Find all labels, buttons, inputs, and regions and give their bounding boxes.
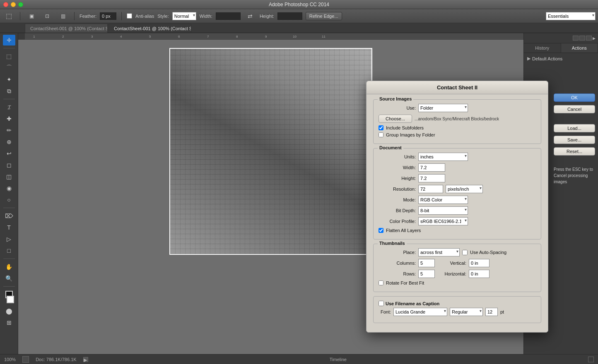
flatten-checkbox[interactable] [379, 228, 383, 233]
units-select[interactable]: inches [418, 153, 468, 161]
mode-select-wrap[interactable]: RGB Color [418, 196, 468, 204]
screen-mode-tool[interactable]: ⊞ [3, 317, 15, 328]
blur-tool[interactable]: ◉ [3, 183, 15, 194]
actions-tab[interactable]: Actions [561, 43, 598, 53]
dodge-tool[interactable]: ○ [3, 194, 15, 205]
tool-option-2[interactable]: ⊡ [41, 11, 53, 22]
bit-depth-select-wrap[interactable]: 8-bit [418, 206, 468, 215]
anti-alias-checkbox[interactable] [127, 13, 132, 19]
place-select-wrap[interactable]: across first [418, 248, 460, 256]
font-select[interactable]: Lucida Grande [393, 308, 447, 316]
bit-depth-select[interactable]: 8-bit [418, 206, 468, 215]
doc-width-input[interactable] [418, 163, 445, 172]
caption-checkbox[interactable] [379, 301, 384, 306]
tool-option-3[interactable]: ▥ [57, 11, 69, 22]
mode-select[interactable]: RGB Color [418, 196, 468, 204]
selection-tool[interactable]: ⬚ [2, 11, 15, 22]
document-group: Document Units: inches Width: Height: [373, 148, 541, 239]
workspace-select[interactable]: Essentials [546, 12, 596, 20]
font-style-select[interactable]: Regular [450, 308, 483, 316]
eraser-tool[interactable]: ◻ [3, 160, 15, 170]
brush-tool[interactable]: ✏ [3, 125, 15, 136]
horizontal-input[interactable] [469, 270, 489, 278]
lasso-tool[interactable]: ⌒ [3, 62, 15, 73]
history-brush-tool[interactable]: ↩ [3, 148, 15, 159]
use-select[interactable]: Folder [418, 104, 468, 112]
thumbnails-group: Thumbnails Place: across first Use Auto-… [373, 244, 541, 292]
doc-height-input[interactable] [418, 174, 445, 182]
font-select-wrap[interactable]: Lucida Grande [393, 308, 447, 316]
color-profile-select[interactable]: sRGB IEC61966-2.1 [418, 217, 468, 225]
style-select[interactable]: Normal [172, 12, 196, 20]
save-button[interactable]: Save... [554, 136, 595, 144]
panel-menu-icon[interactable]: ▸ [593, 35, 596, 41]
style-select-wrap[interactable]: Normal [172, 12, 196, 20]
width-input[interactable] [216, 12, 241, 20]
quick-mask-tool[interactable]: ⬤ [3, 306, 15, 316]
color-profile-select-wrap[interactable]: sRGB IEC61966-2.1 [418, 217, 468, 225]
history-tab[interactable]: History [524, 43, 561, 53]
resolution-unit-select[interactable]: pixels/inch [446, 185, 483, 193]
rotate-checkbox[interactable] [379, 280, 383, 285]
load-button[interactable]: Load... [554, 124, 595, 132]
eyedropper-tool[interactable]: 𝓘 [3, 102, 15, 113]
feather-input[interactable] [100, 12, 116, 20]
healing-tool[interactable]: ✚ [3, 113, 15, 124]
resolution-input[interactable] [418, 185, 443, 193]
cancel-button[interactable]: Cancel [554, 105, 595, 113]
font-size-input[interactable] [485, 308, 498, 316]
columns-input[interactable] [418, 259, 435, 267]
hand-tool[interactable]: ✋ [3, 261, 15, 272]
tab-2[interactable]: ContactSheet-001 @ 100% (Contact Sheet I… [109, 24, 191, 33]
default-actions-item[interactable]: ▶ Default Actions [526, 55, 596, 62]
rotate-row: Rotate For Best Fit [379, 280, 536, 285]
choose-button[interactable]: Choose... [379, 115, 412, 123]
panel-icon-2[interactable] [579, 36, 585, 41]
auto-spacing-checkbox[interactable] [462, 250, 468, 255]
close-button[interactable] [3, 2, 8, 7]
rows-input[interactable] [418, 270, 435, 278]
pen-tool[interactable]: ⌦ [3, 211, 15, 221]
group-images-checkbox[interactable] [379, 132, 383, 137]
tab-1[interactable]: ContactSheet-001 @ 100% (Contact Sheet I… [25, 24, 108, 33]
reset-button[interactable]: Reset... [554, 147, 595, 156]
include-subfolders-checkbox[interactable] [379, 125, 383, 130]
workspace-select-wrap[interactable]: Essentials [546, 12, 596, 20]
dialog-action-buttons: OK Cancel Load... Save... Reset... Press… [554, 93, 595, 185]
panel-icon-3[interactable] [586, 36, 592, 41]
crop-tool[interactable]: ⧉ [3, 86, 15, 96]
left-toolbar: ✛ ⬚ ⌒ ✦ ⧉ 𝓘 ✚ ✏ ⊕ ↩ ◻ ◫ ◉ ○ ⌦ T ▷ □ ✋ 🔍 … [0, 33, 18, 354]
include-subfolders-label: Include Subfolders [386, 125, 424, 130]
status-collapse[interactable] [588, 357, 594, 362]
resolution-unit-wrap[interactable]: pixels/inch [446, 185, 483, 193]
maximize-button[interactable] [18, 2, 23, 7]
minimize-button[interactable] [11, 2, 16, 7]
toolbar-divider-2 [74, 12, 75, 20]
type-tool[interactable]: T [3, 222, 15, 233]
move-tool[interactable]: ✛ [3, 35, 15, 46]
info-arrow[interactable]: ▶ [83, 357, 88, 362]
clone-tool[interactable]: ⊕ [3, 136, 15, 147]
panel-icon-1[interactable] [573, 36, 579, 41]
background-color[interactable] [7, 296, 14, 303]
gradient-tool[interactable]: ◫ [3, 171, 15, 182]
zoom-tool[interactable]: 🔍 [3, 273, 15, 284]
height-input[interactable] [277, 12, 302, 20]
marquee-tool[interactable]: ⬚ [3, 51, 15, 62]
include-subfolders-row: Include Subfolders [379, 125, 536, 130]
swap-wh-icon[interactable]: ⇄ [244, 11, 256, 22]
color-profile-label: Color Profile: [379, 219, 416, 224]
export-icon[interactable] [22, 356, 29, 363]
app-title: Adobe Photoshop CC 2014 [269, 2, 329, 7]
tool-option-1[interactable]: ▣ [25, 11, 38, 22]
place-select[interactable]: across first [418, 248, 460, 256]
vertical-input[interactable] [469, 259, 489, 267]
units-select-wrap[interactable]: inches [418, 153, 468, 161]
path-select-tool[interactable]: ▷ [3, 234, 15, 244]
ok-button[interactable]: OK [554, 93, 595, 102]
font-style-select-wrap[interactable]: Regular [450, 308, 483, 316]
refine-edge-button[interactable]: Refine Edge... [306, 12, 342, 20]
shape-tool[interactable]: □ [3, 245, 15, 256]
use-select-wrap[interactable]: Folder [418, 104, 468, 112]
quick-select-tool[interactable]: ✦ [3, 74, 15, 85]
